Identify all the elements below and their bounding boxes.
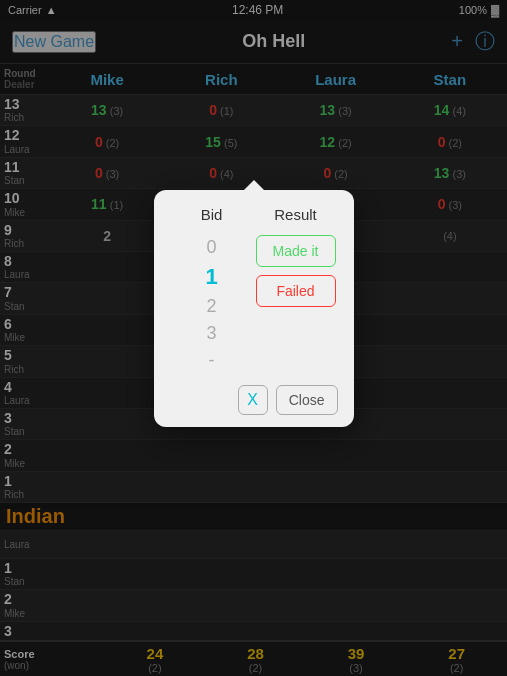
modal-body: 0 1 2 3 - Made it Failed: [170, 235, 338, 373]
bid-option-1[interactable]: 1: [170, 262, 254, 292]
modal-footer: X Close: [170, 385, 338, 415]
failed-button[interactable]: Failed: [256, 275, 336, 307]
modal-result-label: Result: [254, 206, 338, 223]
made-it-button[interactable]: Made it: [256, 235, 336, 267]
modal-bid-label: Bid: [170, 206, 254, 223]
bid-option-2[interactable]: 2: [170, 294, 254, 319]
close-button[interactable]: Close: [276, 385, 338, 415]
modal-header: Bid Result: [170, 206, 338, 223]
bid-option-dash[interactable]: -: [170, 348, 254, 373]
bid-option-0[interactable]: 0: [170, 235, 254, 260]
bid-result-modal: Bid Result 0 1 2 3 - Made it Failed X Cl…: [154, 190, 354, 427]
bid-option-3[interactable]: 3: [170, 321, 254, 346]
x-button[interactable]: X: [238, 385, 268, 415]
modal-result-col: Made it Failed: [254, 235, 338, 373]
modal-overlay: Bid Result 0 1 2 3 - Made it Failed X Cl…: [0, 0, 507, 676]
modal-bid-col: 0 1 2 3 -: [170, 235, 254, 373]
